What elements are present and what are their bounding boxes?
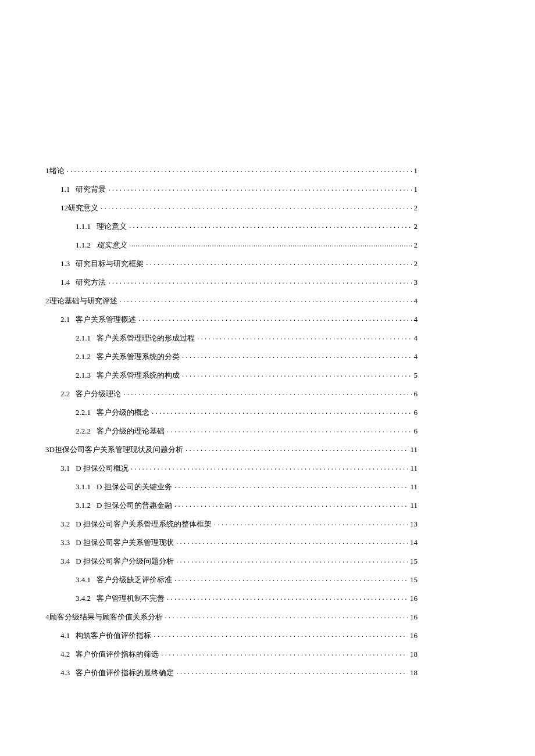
toc-leader-dots (174, 482, 408, 489)
toc-entry-page: 18 (410, 669, 418, 676)
toc-entry-number: 1.1.2 (76, 241, 91, 249)
toc-entry-page: 18 (410, 650, 418, 658)
toc-entry-number: 2.1 (60, 316, 70, 323)
toc-leader-dots (146, 259, 411, 266)
toc-entry-page: 5 (414, 371, 418, 379)
toc-entry-page: 1 (414, 185, 418, 193)
toc-entry-title: D 担保公司概况 (76, 464, 129, 472)
toc-entry-title: 理论基础与研究评述 (49, 297, 117, 304)
toc-entry-title: 客户分级理论 (76, 390, 121, 397)
toc-entry-title: 构筑客户价值评价指标 (76, 632, 151, 639)
toc-leader-dots (197, 333, 412, 341)
toc-leader-dots (214, 519, 408, 526)
toc-entry-number: 4.2 (60, 650, 70, 658)
toc-leader-dots (176, 668, 408, 675)
toc-entry-title: 绪论 (49, 167, 65, 174)
toc-entry-title: D 担保公司客户关系管理系统的整体框架 (76, 520, 212, 528)
toc-entry-title: 客户价值评价指标的最终确定 (76, 669, 174, 676)
toc-entry: 2.2.1客户分级的概念6 (45, 407, 418, 416)
toc-leader-dots (123, 389, 411, 396)
toc-entry-title: 客户价值评价指标的筛选 (76, 650, 159, 658)
toc-entry: 3.2D 担保公司客户关系管理系统的整体框架13 (45, 519, 418, 528)
toc-entry-title: D 担保公司客户关系管理现状 (76, 539, 174, 546)
toc-entry: 2.1客户关系管理概述4 (45, 314, 418, 323)
toc-entry-number: 2.2 (60, 390, 70, 397)
toc-leader-dots (182, 370, 412, 378)
toc-entry-page: 11 (410, 501, 418, 509)
toc-entry-number: 3.4.1 (76, 576, 91, 583)
toc-leader-dots (161, 649, 408, 657)
toc-leader-dots (182, 352, 412, 359)
toc-entry-page: 16 (410, 613, 418, 621)
toc-entry-page: 6 (414, 409, 418, 416)
toc-entry-title: 客户关系管理系统的分类 (97, 353, 180, 360)
toc-leader-dots (131, 463, 408, 471)
toc-entry-number: 3.1.2 (76, 501, 91, 509)
toc-entry: 1绪论1 (45, 166, 418, 174)
toc-leader-dots (174, 500, 408, 508)
toc-entry-page: 4 (414, 297, 418, 304)
toc-entry: 2.1.2客户关系管理系统的分类4 (45, 352, 418, 360)
toc-entry-title: 担保公司客户关系管理现状及问题分析 (55, 446, 183, 453)
toc-entry-page: 4 (414, 316, 418, 323)
toc-leader-dots (101, 203, 412, 210)
toc-entry-title: 研究背景 (76, 185, 106, 193)
toc-entry: 2.2客户分级理论6 (45, 389, 418, 397)
toc-entry-page: 16 (410, 632, 418, 639)
toc-entry: 12研究意义2 (45, 203, 418, 212)
toc-entry-title: 客户关系管理概述 (76, 316, 136, 323)
toc-entry-title: D 担保公司的普惠金融 (97, 501, 172, 509)
toc-entry-title: 客户管理机制不完善 (97, 594, 165, 602)
toc-entry-title: 客户分级缺乏评价标准 (97, 576, 172, 583)
toc-entry-number: 1.3 (60, 260, 70, 267)
toc-entry-number: 1.1 (60, 185, 70, 193)
toc-entry-number: 2.2.1 (76, 409, 91, 416)
toc-entry-page: 14 (410, 539, 418, 546)
toc-entry-title: 客户关系管理理论的形成过程 (97, 334, 195, 342)
toc-entry: 4.2客户价值评价指标的筛选18 (45, 649, 418, 658)
toc-leader-dots (167, 593, 408, 601)
toc-entry: 3.4D 担保公司客户分级问题分析15 (45, 556, 418, 565)
toc-entry-page: 16 (410, 594, 418, 602)
toc-entry-number: 4.3 (60, 669, 70, 676)
toc-entry: 3.1D 担保公司概况11 (45, 463, 418, 472)
toc-entry-title: 现实意义 (97, 241, 127, 249)
toc-entry-number: 3.4 (60, 557, 70, 565)
toc-entry-page: 11 (410, 446, 418, 453)
toc-entry-number: 4.1 (60, 632, 70, 639)
toc-entry: 3D 担保公司客户关系管理现状及问题分析11 (45, 445, 418, 453)
toc-entry: 3.3D 担保公司客户关系管理现状14 (45, 538, 418, 546)
toc-entry: 1.1.1理论意义2 (45, 221, 418, 230)
toc-entry-title: 客户关系管理系统的构成 (97, 371, 180, 379)
document-page: 1绪论11.1研究背景112研究意义21.1.1理论意义21.1.2现实意义21… (0, 0, 535, 756)
toc-entry: 2.1.3客户关系管理系统的构成5 (45, 370, 418, 379)
toc-entry-page: 2 (414, 241, 418, 249)
toc-entry-page: 15 (410, 576, 418, 583)
toc-entry-page: 11 (410, 464, 418, 472)
toc-entry-page: 3 (414, 278, 418, 286)
toc-entry: 4.3客户价值评价指标的最终确定18 (45, 668, 418, 676)
toc-entry: 3.1.1D 担保公司的关键业务11 (45, 482, 418, 490)
toc-leader-dots (167, 426, 412, 433)
toc-entry-number: 3.2 (60, 520, 70, 528)
toc-leader-dots (176, 538, 408, 545)
toc-entry-number: 2.2.2 (76, 427, 91, 435)
toc-leader-dots (120, 296, 412, 303)
toc-entry-number: 3.1.1 (76, 483, 91, 490)
toc-entry-page: 2 (414, 204, 418, 212)
toc-entry-title: 客户分级的概念 (97, 409, 149, 416)
toc-entry-number: 12 (60, 204, 68, 212)
table-of-contents: 1绪论11.1研究背景112研究意义21.1.1理论意义21.1.2现实意义21… (45, 166, 418, 686)
toc-leader-dots (108, 277, 411, 285)
toc-leader-dots (186, 445, 408, 452)
toc-entry: 1.1.2现实意义2 (45, 240, 418, 249)
toc-entry-title: D 担保公司客户分级问题分析 (76, 557, 174, 565)
toc-entry-number: 3.1 (60, 464, 70, 472)
toc-entry-title: 研究意义 (68, 204, 98, 212)
toc-leader-dots (129, 221, 412, 229)
toc-entry-title: D 担保公司的关键业务 (97, 483, 172, 490)
toc-entry-number: 3.3 (60, 539, 70, 546)
toc-entry: 1.3研究目标与研究框架2 (45, 259, 418, 267)
toc-entry-page: 4 (414, 353, 418, 360)
toc-entry-title: 理论意义 (97, 223, 127, 230)
